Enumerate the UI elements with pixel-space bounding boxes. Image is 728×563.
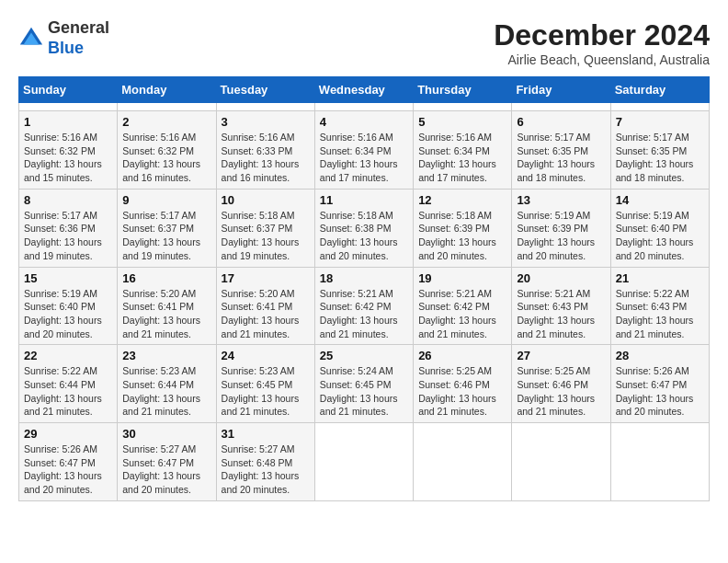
- day-number: 22: [24, 349, 112, 362]
- day-info: Sunrise: 5:24 AMSunset: 6:45 PMDaylight:…: [320, 364, 408, 419]
- day-number: 10: [222, 193, 310, 207]
- calendar-cell: [414, 103, 512, 111]
- day-number: 2: [122, 115, 210, 129]
- calendar-cell: 6Sunrise: 5:17 AMSunset: 6:35 PMDaylight…: [512, 111, 610, 190]
- day-number: 24: [222, 349, 310, 362]
- calendar-cell: 22Sunrise: 5:22 AMSunset: 6:44 PMDayligh…: [19, 345, 118, 423]
- day-info: Sunrise: 5:21 AMSunset: 6:42 PMDaylight:…: [320, 287, 408, 341]
- day-info: Sunrise: 5:16 AMSunset: 6:34 PMDaylight:…: [320, 131, 408, 185]
- day-info: Sunrise: 5:18 AMSunset: 6:37 PMDaylight:…: [222, 209, 310, 263]
- day-number: 1: [24, 115, 112, 129]
- day-number: 14: [616, 193, 704, 207]
- day-number: 11: [320, 193, 408, 207]
- calendar-cell: 27Sunrise: 5:25 AMSunset: 6:46 PMDayligh…: [512, 345, 610, 423]
- day-number: 5: [418, 115, 506, 129]
- day-of-week-header: Monday: [118, 77, 216, 103]
- day-info: Sunrise: 5:16 AMSunset: 6:32 PMDaylight:…: [24, 131, 112, 185]
- day-info: Sunrise: 5:17 AMSunset: 6:37 PMDaylight:…: [122, 209, 210, 263]
- day-number: 26: [418, 349, 506, 362]
- calendar-cell: 17Sunrise: 5:20 AMSunset: 6:41 PMDayligh…: [216, 267, 314, 345]
- day-info: Sunrise: 5:16 AMSunset: 6:33 PMDaylight:…: [222, 131, 310, 185]
- day-number: 13: [517, 193, 605, 207]
- calendar-cell: 8Sunrise: 5:17 AMSunset: 6:36 PMDaylight…: [19, 189, 118, 267]
- day-number: 19: [418, 271, 506, 285]
- calendar-cell: 31Sunrise: 5:27 AMSunset: 6:48 PMDayligh…: [216, 423, 314, 501]
- calendar-cell: 14Sunrise: 5:19 AMSunset: 6:40 PMDayligh…: [610, 189, 709, 267]
- location-title: Airlie Beach, Queensland, Australia: [494, 52, 710, 67]
- day-info: Sunrise: 5:20 AMSunset: 6:41 PMDaylight:…: [122, 287, 210, 341]
- calendar-cell: 26Sunrise: 5:25 AMSunset: 6:46 PMDayligh…: [414, 345, 512, 423]
- calendar-cell: [512, 103, 610, 111]
- logo-blue-text: Blue: [48, 39, 109, 59]
- day-number: 4: [320, 115, 408, 129]
- day-number: 29: [24, 427, 112, 441]
- calendar-cell: 25Sunrise: 5:24 AMSunset: 6:45 PMDayligh…: [314, 345, 413, 423]
- calendar-cell: [19, 103, 118, 111]
- day-info: Sunrise: 5:17 AMSunset: 6:35 PMDaylight:…: [517, 131, 605, 185]
- calendar-cell: 13Sunrise: 5:19 AMSunset: 6:39 PMDayligh…: [512, 189, 610, 267]
- day-info: Sunrise: 5:19 AMSunset: 6:40 PMDaylight:…: [24, 287, 112, 341]
- day-info: Sunrise: 5:26 AMSunset: 6:47 PMDaylight:…: [24, 442, 112, 497]
- calendar-cell: 7Sunrise: 5:17 AMSunset: 6:35 PMDaylight…: [610, 111, 709, 190]
- calendar-cell: 15Sunrise: 5:19 AMSunset: 6:40 PMDayligh…: [19, 267, 118, 345]
- day-info: Sunrise: 5:16 AMSunset: 6:34 PMDaylight:…: [418, 131, 506, 185]
- calendar-cell: [314, 103, 413, 111]
- calendar-cell: [314, 423, 413, 501]
- day-of-week-header: Thursday: [414, 77, 512, 103]
- calendar-cell: [216, 103, 314, 111]
- calendar-header-row: SundayMondayTuesdayWednesdayThursdayFrid…: [19, 77, 710, 103]
- calendar-cell: 24Sunrise: 5:23 AMSunset: 6:45 PMDayligh…: [216, 345, 314, 423]
- day-number: 31: [222, 427, 310, 441]
- day-info: Sunrise: 5:18 AMSunset: 6:38 PMDaylight:…: [320, 209, 408, 263]
- day-of-week-header: Friday: [512, 77, 610, 103]
- calendar-week-row: 22Sunrise: 5:22 AMSunset: 6:44 PMDayligh…: [19, 345, 710, 423]
- day-info: Sunrise: 5:22 AMSunset: 6:44 PMDaylight:…: [24, 364, 112, 419]
- day-info: Sunrise: 5:22 AMSunset: 6:43 PMDaylight:…: [616, 287, 704, 341]
- day-info: Sunrise: 5:25 AMSunset: 6:46 PMDaylight:…: [517, 364, 605, 419]
- calendar-cell: 23Sunrise: 5:23 AMSunset: 6:44 PMDayligh…: [118, 345, 216, 423]
- day-number: 28: [616, 349, 704, 362]
- calendar-cell: [414, 423, 512, 501]
- calendar-cell: [118, 103, 216, 111]
- calendar-cell: 4Sunrise: 5:16 AMSunset: 6:34 PMDaylight…: [314, 111, 413, 190]
- day-info: Sunrise: 5:17 AMSunset: 6:36 PMDaylight:…: [24, 209, 112, 263]
- calendar-cell: 16Sunrise: 5:20 AMSunset: 6:41 PMDayligh…: [118, 267, 216, 345]
- day-info: Sunrise: 5:17 AMSunset: 6:35 PMDaylight:…: [616, 131, 704, 185]
- calendar-cell: 2Sunrise: 5:16 AMSunset: 6:32 PMDaylight…: [118, 111, 216, 190]
- day-of-week-header: Sunday: [19, 77, 118, 103]
- calendar-cell: 29Sunrise: 5:26 AMSunset: 6:47 PMDayligh…: [19, 423, 118, 501]
- day-number: 25: [320, 349, 408, 362]
- day-info: Sunrise: 5:23 AMSunset: 6:44 PMDaylight:…: [122, 364, 210, 419]
- day-info: Sunrise: 5:23 AMSunset: 6:45 PMDaylight:…: [222, 364, 310, 419]
- day-number: 30: [122, 427, 210, 441]
- calendar-cell: [512, 423, 610, 501]
- day-info: Sunrise: 5:18 AMSunset: 6:39 PMDaylight:…: [418, 209, 506, 263]
- day-info: Sunrise: 5:16 AMSunset: 6:32 PMDaylight:…: [122, 131, 210, 185]
- logo-general-text: General: [48, 18, 109, 39]
- day-info: Sunrise: 5:27 AMSunset: 6:48 PMDaylight:…: [222, 442, 310, 497]
- calendar-cell: 12Sunrise: 5:18 AMSunset: 6:39 PMDayligh…: [414, 189, 512, 267]
- calendar-cell: [610, 423, 709, 501]
- calendar-cell: 5Sunrise: 5:16 AMSunset: 6:34 PMDaylight…: [414, 111, 512, 190]
- day-info: Sunrise: 5:19 AMSunset: 6:39 PMDaylight:…: [517, 209, 605, 263]
- day-number: 15: [24, 271, 112, 285]
- day-number: 18: [320, 271, 408, 285]
- day-number: 7: [616, 115, 704, 129]
- day-number: 16: [122, 271, 210, 285]
- day-of-week-header: Saturday: [610, 77, 709, 103]
- calendar-week-row: 8Sunrise: 5:17 AMSunset: 6:36 PMDaylight…: [19, 189, 710, 267]
- day-info: Sunrise: 5:25 AMSunset: 6:46 PMDaylight:…: [418, 364, 506, 419]
- day-number: 23: [122, 349, 210, 362]
- day-info: Sunrise: 5:19 AMSunset: 6:40 PMDaylight:…: [616, 209, 704, 263]
- day-info: Sunrise: 5:21 AMSunset: 6:43 PMDaylight:…: [517, 287, 605, 341]
- day-number: 12: [418, 193, 506, 207]
- calendar-cell: 18Sunrise: 5:21 AMSunset: 6:42 PMDayligh…: [314, 267, 413, 345]
- day-number: 27: [517, 349, 605, 362]
- calendar-cell: [610, 103, 709, 111]
- day-info: Sunrise: 5:26 AMSunset: 6:47 PMDaylight:…: [616, 364, 704, 419]
- calendar-week-row: [19, 103, 710, 111]
- calendar-cell: 28Sunrise: 5:26 AMSunset: 6:47 PMDayligh…: [610, 345, 709, 423]
- title-area: December 2024 Airlie Beach, Queensland, …: [494, 18, 710, 67]
- day-number: 9: [122, 193, 210, 207]
- day-info: Sunrise: 5:21 AMSunset: 6:42 PMDaylight:…: [418, 287, 506, 341]
